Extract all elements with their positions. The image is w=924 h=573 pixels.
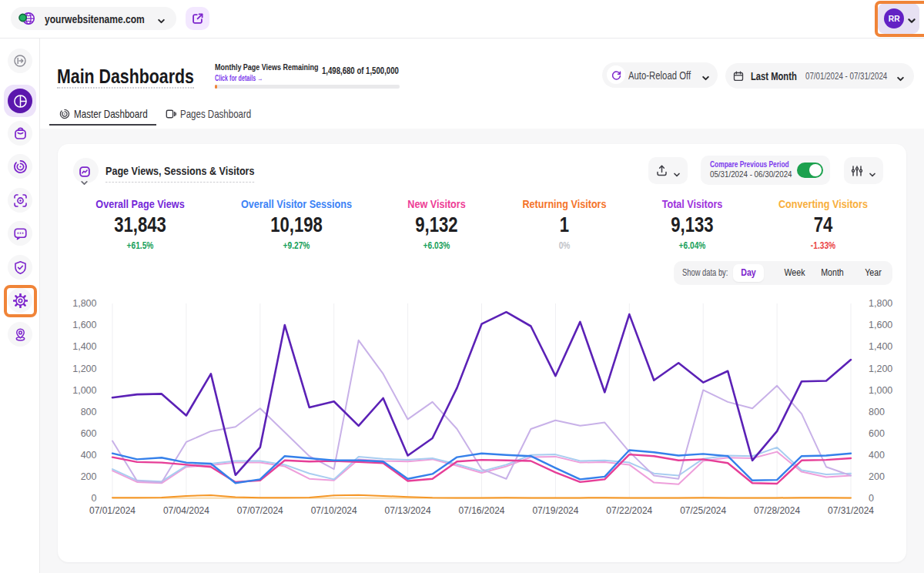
svg-text:07/22/2024: 07/22/2024 bbox=[606, 504, 652, 516]
svg-text:1,600: 1,600 bbox=[869, 320, 892, 330]
svg-text:1,200: 1,200 bbox=[72, 364, 96, 374]
svg-text:400: 400 bbox=[869, 450, 885, 461]
svg-text:1,200: 1,200 bbox=[869, 364, 892, 374]
svg-text:1,600: 1,600 bbox=[72, 320, 96, 330]
svg-text:800: 800 bbox=[81, 407, 97, 417]
svg-text:1,400: 1,400 bbox=[869, 341, 892, 352]
svg-text:07/16/2024: 07/16/2024 bbox=[459, 504, 505, 516]
svg-text:07/01/2024: 07/01/2024 bbox=[89, 504, 136, 516]
svg-text:600: 600 bbox=[81, 428, 97, 439]
svg-text:07/07/2024: 07/07/2024 bbox=[237, 504, 283, 516]
svg-text:1,000: 1,000 bbox=[72, 385, 96, 396]
svg-text:07/28/2024: 07/28/2024 bbox=[754, 504, 800, 516]
svg-text:07/10/2024: 07/10/2024 bbox=[311, 504, 357, 516]
svg-text:1,000: 1,000 bbox=[869, 385, 892, 396]
svg-text:1,800: 1,800 bbox=[72, 298, 96, 309]
svg-text:07/25/2024: 07/25/2024 bbox=[680, 504, 726, 516]
svg-text:200: 200 bbox=[869, 471, 885, 482]
svg-text:1,400: 1,400 bbox=[72, 341, 96, 352]
svg-text:400: 400 bbox=[81, 450, 97, 461]
svg-text:07/13/2024: 07/13/2024 bbox=[385, 504, 431, 516]
svg-text:600: 600 bbox=[869, 428, 885, 439]
svg-text:07/04/2024: 07/04/2024 bbox=[163, 504, 209, 516]
svg-text:800: 800 bbox=[869, 407, 885, 417]
svg-text:07/31/2024: 07/31/2024 bbox=[828, 504, 874, 516]
svg-text:200: 200 bbox=[81, 471, 97, 482]
svg-text:0: 0 bbox=[869, 493, 874, 504]
svg-text:07/19/2024: 07/19/2024 bbox=[532, 504, 578, 516]
svg-text:0: 0 bbox=[92, 493, 97, 504]
svg-text:1,800: 1,800 bbox=[869, 298, 892, 309]
